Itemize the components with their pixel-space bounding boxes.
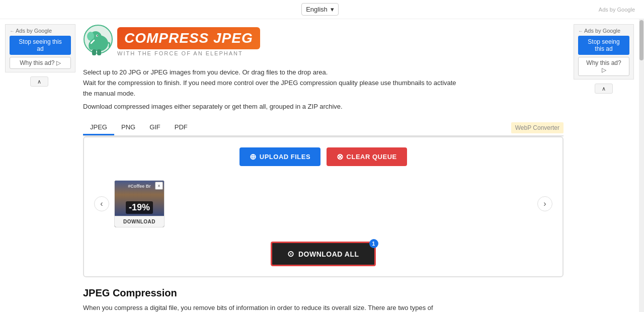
webp-converter-link[interactable]: WebP Converter [511, 122, 564, 133]
next-arrow-button[interactable]: › [537, 196, 552, 211]
bottom-title: JPEG Compression [83, 287, 564, 299]
logo-text-group: COMPRESS JPEG WITH THE FORCE OF AN ELEPH… [117, 27, 260, 56]
format-tabs-left: JPEG PNG GIF PDF [83, 120, 195, 135]
right-arrow-icon: › [543, 199, 546, 208]
description-text: Select up to 20 JPG or JPEG images from … [83, 65, 460, 120]
download-all-button[interactable]: ⊙ DOWNLOAD ALL 1 [271, 242, 375, 266]
image-card-close-button[interactable]: × [155, 182, 163, 190]
tab-jpeg[interactable]: JPEG [83, 120, 114, 135]
right-collapse-button[interactable]: ∧ [595, 84, 613, 94]
left-stop-ad-button[interactable]: Stop seeing this ad [10, 36, 71, 55]
page-wrapper: English ▾ Ads by Google ← Ads by Google … [0, 0, 644, 312]
image-download-button[interactable]: DOWNLOAD [115, 216, 164, 227]
left-sidebar-ad: ← Ads by Google Stop seeing this ad Why … [0, 19, 78, 312]
left-arrow-icon: ‹ [100, 199, 103, 208]
download-all-icon: ⊙ [287, 249, 294, 259]
tab-png[interactable]: PNG [114, 120, 142, 135]
format-tabs: JPEG PNG GIF PDF WebP Converter [83, 120, 564, 136]
left-ad-box: ← Ads by Google Stop seeing this ad Why … [5, 24, 75, 72]
right-ad-label: ← Ads by Google [578, 28, 629, 34]
chevron-up-icon: ∧ [37, 79, 41, 85]
right-why-ad-button[interactable]: Why this ad? ▷ [578, 57, 629, 76]
clear-label: CLEAR QUEUE [347, 153, 397, 161]
scrollbar-track [639, 19, 644, 312]
right-arrow-icon: ← [578, 28, 583, 34]
site-header: COMPRESS JPEG WITH THE FORCE OF AN ELEPH… [83, 19, 564, 65]
prev-arrow-button[interactable]: ‹ [94, 196, 109, 211]
top-bar: English ▾ Ads by Google [0, 0, 644, 19]
upload-btns-row: ⊕ UPLOAD FILES ⊗ CLEAR QUEUE [94, 147, 552, 166]
site-subtitle: WITH THE FORCE OF AN ELEPHANT [117, 50, 260, 56]
upload-files-button[interactable]: ⊕ UPLOAD FILES [239, 147, 320, 166]
image-card: Untitled image (1).jp × #Coffee Br -19% … [114, 180, 165, 227]
logo-container: COMPRESS JPEG WITH THE FORCE OF AN ELEPH… [83, 24, 260, 59]
content-row: ← Ads by Google Stop seeing this ad Why … [0, 19, 644, 312]
upload-area: ⊕ UPLOAD FILES ⊗ CLEAR QUEUE ‹ [83, 136, 564, 277]
compression-overlay: -19% [115, 199, 164, 216]
svg-rect-6 [92, 49, 96, 55]
right-stop-ad-button[interactable]: Stop seeing this ad [578, 36, 629, 55]
left-arrow-icon: ← [10, 28, 15, 34]
image-cards-row: ‹ Untitled image (1).jp × #Coffee Br [94, 176, 552, 231]
clear-queue-button[interactable]: ⊗ CLEAR QUEUE [327, 147, 407, 166]
right-ad-box: ← Ads by Google Stop seeing this ad Why … [574, 24, 634, 80]
svg-rect-7 [97, 49, 101, 55]
desc-line2: Wait for the compression to finish. If y… [83, 78, 460, 99]
desc-line1: Select up to 20 JPG or JPEG images from … [83, 67, 460, 78]
elephant-logo [83, 24, 113, 59]
left-why-ad-button[interactable]: Why this ad? ▷ [10, 57, 71, 69]
compression-badge: -19% [126, 201, 153, 214]
language-selector[interactable]: English ▾ [301, 3, 339, 16]
scrollbar-thumb[interactable] [639, 20, 643, 60]
site-title: COMPRESS JPEG [117, 27, 260, 49]
left-ad-label: ← Ads by Google [10, 28, 71, 34]
download-all-badge: 1 [369, 239, 378, 248]
left-collapse-button[interactable]: ∧ [30, 76, 48, 87]
left-ad-text: Ads by Google [16, 28, 52, 34]
chevron-down-icon: ▾ [331, 6, 334, 13]
bottom-section: JPEG Compression When you compress a dig… [83, 277, 564, 312]
clear-icon: ⊗ [337, 152, 344, 162]
tab-gif[interactable]: GIF [142, 120, 168, 135]
desc-line3: Download compressed images either separa… [83, 102, 460, 112]
chevron-up-icon-right: ∧ [602, 86, 606, 92]
download-all-label: DOWNLOAD ALL [298, 250, 359, 258]
language-label: English [306, 6, 328, 13]
tab-pdf[interactable]: PDF [168, 120, 195, 135]
center-ad-label: Ads by Google [599, 7, 635, 13]
upload-label: UPLOAD FILES [260, 153, 310, 161]
svg-point-5 [97, 35, 98, 36]
center-content: COMPRESS JPEG WITH THE FORCE OF AN ELEPH… [78, 19, 569, 312]
bottom-text: When you compress a digital file, you re… [83, 303, 460, 312]
right-ad-text: Ads by Google [584, 28, 620, 34]
download-all-row: ⊙ DOWNLOAD ALL 1 [94, 242, 552, 266]
right-sidebar-ad: ← Ads by Google Stop seeing this ad Why … [569, 19, 639, 312]
upload-icon: ⊕ [250, 152, 257, 162]
image-card-top: Untitled image (1).jp × #Coffee Br -19% [115, 181, 164, 216]
